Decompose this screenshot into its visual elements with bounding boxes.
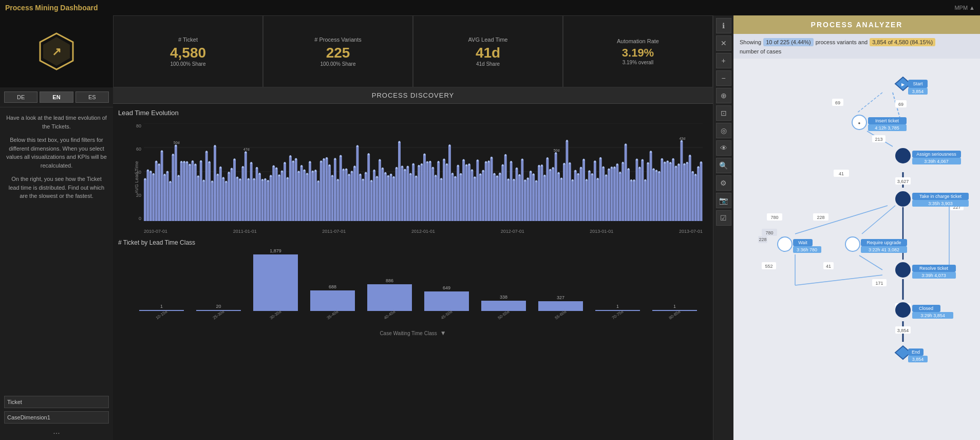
svg-rect-25 [895, 100, 907, 107]
svg-rect-55 [868, 117, 907, 124]
svg-text:↗: ↗ [52, 45, 61, 58]
tool-view2[interactable]: 🔍 [716, 158, 731, 173]
tool-view1[interactable]: 👁 [716, 140, 731, 156]
svg-rect-91 [912, 312, 953, 319]
main-layout: ↗ DE EN ES Have a look at the lead time … [0, 15, 980, 440]
kpi-lead-sub: 41d Share [476, 61, 500, 67]
logo-area: ↗ [0, 15, 113, 87]
kpi-row: # Ticket 4,580 100.00% Share # Process V… [113, 15, 713, 87]
kpi-ticket-value: 4,580 [170, 45, 206, 61]
bar-group: 180-85d [647, 304, 703, 317]
tool-close[interactable]: ✕ [716, 35, 731, 51]
kpi-ticket-sub: 100.00% Share [171, 61, 206, 67]
svg-line-10 [867, 131, 893, 146]
svg-text:End: End [912, 350, 920, 355]
pa-cases-count: 3,854 of 4,580 (84.15%) [870, 38, 935, 46]
svg-line-9 [893, 93, 903, 129]
svg-text:Take in charge ticket: Take in charge ticket [919, 194, 962, 199]
svg-text:▶: ▶ [901, 82, 905, 87]
pa-graph: 69 69 213 3,627 780 228 227 552 41 171 [733, 59, 980, 440]
svg-text:780: 780 [770, 215, 778, 220]
bar-group: 68835-40d [305, 284, 361, 317]
sidebar: ↗ DE EN ES Have a look at the lead time … [0, 15, 113, 440]
bar-value-label: 1,879 [270, 248, 281, 253]
bar [253, 254, 298, 311]
kpi-variants-value: 225 [326, 45, 350, 61]
kpi-lead-time: AVG Lead Time 41d 41d Share [413, 15, 563, 87]
tool-fit[interactable]: ⊕ [716, 88, 731, 103]
bar-group: 110-15d [134, 304, 190, 317]
bar-chart-section: # Ticket by Lead Time Class 110-15d2025-… [118, 239, 708, 435]
sidebar-text-1: Have a look at the lead time evolution o… [6, 114, 107, 131]
filter-case-dimension[interactable] [4, 411, 109, 424]
tool-zoom-in[interactable]: + [716, 53, 731, 68]
svg-text:780: 780 [765, 230, 773, 235]
app-logo: MPM ▲ [954, 5, 975, 11]
svg-text:Assign seriousness: Assign seriousness [916, 152, 956, 157]
y-label-40: 40 [121, 170, 141, 175]
bar-chart-footer: Case Waiting Time Class ▼ [118, 329, 708, 337]
bar [310, 290, 355, 311]
svg-text:Insert ticket: Insert ticket [875, 118, 899, 123]
svg-rect-27 [872, 135, 885, 142]
kpi-variants-label: # Process Variants [314, 36, 362, 43]
bar-group: 32755-60d [533, 295, 589, 317]
lead-time-title: Lead Time Evolution [118, 109, 708, 117]
svg-rect-43 [895, 303, 911, 310]
lang-de[interactable]: DE [4, 91, 37, 103]
svg-rect-29 [895, 177, 911, 185]
tool-info[interactable]: ℹ [716, 18, 731, 33]
bar [367, 284, 412, 311]
svg-rect-81 [861, 246, 907, 253]
pa-info-end: number of cases [740, 48, 781, 54]
app-title: Process Mining Dashboard [5, 4, 98, 12]
y-label-20: 20 [121, 193, 141, 198]
svg-point-53 [852, 115, 866, 130]
lang-en[interactable]: EN [40, 91, 73, 103]
bar-group: 1,87930-35d [248, 248, 304, 317]
svg-text:Start: Start [913, 81, 923, 86]
pa-info-showing: Showing [740, 39, 761, 45]
filter-ticket[interactable] [4, 396, 109, 408]
svg-line-12 [795, 206, 888, 234]
tool-check[interactable]: ☑ [716, 210, 731, 226]
svg-text:●: ● [858, 121, 861, 125]
bar-value-label: 338 [500, 295, 507, 300]
dropdown-arrow-icon[interactable]: ▼ [440, 329, 446, 337]
svg-rect-86 [912, 272, 956, 279]
kpi-auto-value: 3.19% [622, 46, 654, 60]
svg-text:3,854: 3,854 [912, 89, 924, 94]
lang-es[interactable]: ES [76, 91, 109, 103]
svg-text:4:12h    3,785: 4:12h 3,785 [875, 125, 899, 131]
language-selector: DE EN ES [0, 87, 113, 107]
kpi-auto-sub: 3.19% overall [623, 60, 654, 65]
tool-camera[interactable]: 📷 [716, 193, 731, 208]
tool-settings[interactable]: ⚙ [716, 175, 731, 191]
svg-text:Closed: Closed [919, 306, 933, 311]
topbar: Process Mining Dashboard MPM ▲ [0, 0, 980, 15]
bar [481, 301, 526, 311]
svg-line-20 [859, 255, 882, 270]
tool-target[interactable]: ◎ [716, 123, 731, 138]
svg-text:3:39h    4,073: 3:39h 4,073 [921, 273, 946, 278]
kpi-variants-sub: 100.00% Share [321, 61, 356, 67]
svg-point-83 [896, 263, 910, 277]
tool-grid[interactable]: ⊡ [716, 105, 731, 121]
svg-line-13 [862, 206, 895, 234]
filter-more[interactable]: ... [4, 427, 109, 436]
tool-zoom-out[interactable]: − [716, 70, 731, 86]
svg-text:3,854: 3,854 [897, 305, 909, 310]
svg-rect-39 [823, 262, 834, 269]
svg-rect-94 [908, 349, 924, 356]
svg-rect-62 [912, 158, 961, 164]
tools-panel: ℹ ✕ + − ⊕ ⊡ ◎ 👁 🔍 ⚙ 📷 ☑ [713, 15, 733, 440]
svg-line-19 [795, 275, 882, 285]
svg-text:69: 69 [898, 102, 903, 107]
sidebar-filters: ... [0, 392, 113, 440]
svg-rect-74 [793, 239, 813, 246]
lead-time-chart: AVG Lead Time 80 60 40 20 0 [118, 121, 708, 234]
process-discovery-panel: PROCESS DISCOVERY Lead Time Evolution AV… [113, 87, 713, 440]
bar-value-label: 1 [673, 304, 676, 309]
bar-group: 170-75d [590, 304, 646, 317]
y-label-80: 80 [121, 123, 141, 129]
